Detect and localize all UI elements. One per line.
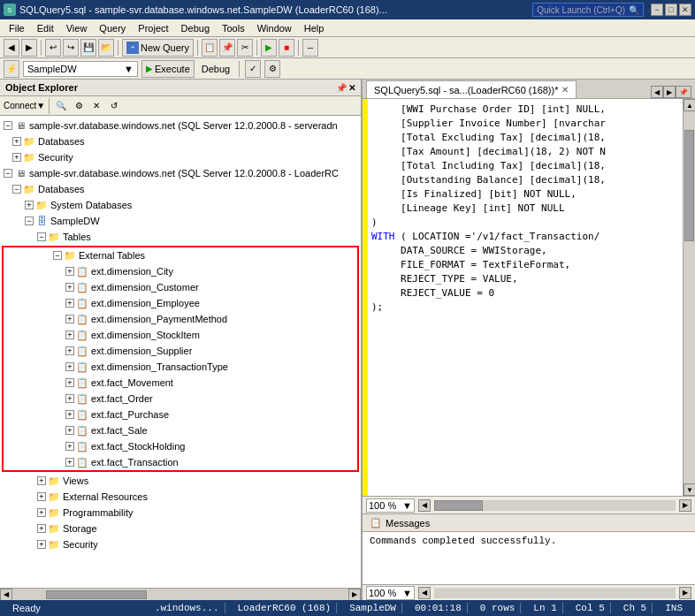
ext-transtype-expand[interactable]: + [65,362,74,371]
back-button[interactable]: ◀ [4,39,19,57]
restore-button[interactable]: □ [665,4,677,16]
messages-zoom-dropdown[interactable]: 100 % ▼ [366,586,415,600]
ext-sale-expand[interactable]: + [65,426,74,435]
programmability-folder[interactable]: + 📁 Programmability [0,505,361,521]
menu-view[interactable]: View [61,21,93,35]
server1-security[interactable]: + 📁 Security [0,149,361,165]
views-expand[interactable]: + [37,476,46,485]
external-tables-folder[interactable]: − 📁 External Tables [4,247,357,263]
connect-btn[interactable]: Connect ▼ [4,98,45,114]
external-tables-expand[interactable]: − [53,251,62,260]
ext-customer-expand[interactable]: + [65,283,74,292]
storage-folder[interactable]: + 📁 Storage [0,521,361,536]
run-button[interactable]: ▶ [261,39,277,57]
sampledw-item[interactable]: − 🗄 SampleDW [0,213,361,229]
ext-employee-expand[interactable]: + [65,299,74,308]
ext-supplier-expand[interactable]: + [65,346,74,355]
system-databases-expand[interactable]: + [25,201,34,209]
server2-item[interactable]: − 🖥 sample-svr.database.windows.net (SQL… [0,165,361,181]
server1-security-expand[interactable]: + [12,153,21,162]
server1-databases[interactable]: + 📁 Databases [0,133,361,149]
editor-hscroll-thumb[interactable] [434,500,483,511]
menu-debug[interactable]: Debug [176,21,215,35]
menu-help[interactable]: Help [299,21,330,35]
server1-item[interactable]: − 🖥 sample-svr.database.windows.net (SQL… [0,118,361,133]
quick-launch-input[interactable]: Quick Launch (Ctrl+Q) [537,5,625,15]
server2-expand[interactable]: − [4,169,12,178]
server2-databases-expand[interactable]: − [12,185,21,194]
menu-window[interactable]: Window [252,21,297,35]
ext-resources-expand[interactable]: + [37,492,46,501]
menu-edit[interactable]: Edit [32,21,59,35]
filter-btn[interactable]: 🔍 [53,98,69,114]
execute-button[interactable]: ▶ Execute [141,60,195,78]
ext-movement-expand[interactable]: + [65,378,74,387]
stop-button[interactable]: ■ [279,39,294,57]
security-expand[interactable]: + [37,540,46,549]
tab-scroll-left[interactable]: ◀ [651,86,663,98]
msg-hscroll-left[interactable]: ◀ [418,587,431,599]
editor-vscrollbar[interactable]: ▲ ▼ [683,99,695,496]
table-ext-order[interactable]: + 📋 ext.fact_Order [4,391,357,407]
ext-order-expand[interactable]: + [65,394,74,403]
table-ext-customer[interactable]: + 📋 ext.dimension_Customer [4,279,357,295]
storage-expand[interactable]: + [37,524,46,533]
ext-transaction-expand[interactable]: + [65,458,74,467]
oe-scroll-right[interactable]: ▶ [348,589,361,601]
redo-button[interactable]: ↪ [63,39,79,57]
filter-settings-btn[interactable]: ⚙ [71,98,87,114]
tables-expand[interactable]: − [37,232,46,241]
paste-button[interactable]: 📌 [219,39,235,57]
table-ext-city[interactable]: + 📋 ext.dimension_City [4,263,357,279]
ext-city-expand[interactable]: + [65,267,74,276]
programmability-expand[interactable]: + [37,508,46,517]
debug-label[interactable]: Debug [198,64,233,74]
minimize-button[interactable]: − [651,4,663,16]
table-ext-sale[interactable]: + 📋 ext.fact_Sale [4,422,357,438]
table-ext-stockholding[interactable]: + 📋 ext.fact_StockHolding [4,438,357,454]
table-ext-purchase[interactable]: + 📋 ext.fact_Purchase [4,407,357,422]
cut-button[interactable]: ✂ [237,39,253,57]
table-ext-employee[interactable]: + 📋 ext.dimension_Employee [4,295,357,311]
refresh-btn[interactable]: ↺ [106,98,122,114]
table-ext-supplier[interactable]: + 📋 ext.dimension_Supplier [4,343,357,359]
tables-folder[interactable]: − 📁 Tables [0,229,361,245]
table-ext-transactiontype[interactable]: + 📋 ext.dimension_TransactionType [4,359,357,375]
save-button[interactable]: 💾 [80,39,96,57]
editor-zoom-dropdown[interactable]: 100 % ▼ [366,498,415,513]
database-dropdown[interactable]: SampleDW ▼ [23,61,138,77]
oe-scroll-thumb[interactable] [46,590,147,599]
tab-pin[interactable]: 📌 [676,86,691,98]
copy-button[interactable]: 📋 [202,39,218,57]
table-ext-transaction[interactable]: + 📋 ext.fact_Transaction [4,454,357,470]
security-folder[interactable]: + 📁 Security [0,536,361,552]
oe-scrollbar[interactable]: ◀ ▶ [0,588,361,600]
editor-scroll-thumb[interactable] [684,130,694,241]
editor-scroll-down[interactable]: ▼ [684,483,695,496]
server1-databases-expand[interactable]: + [12,137,21,146]
parse-button[interactable]: ⚙ [264,60,280,78]
msg-hscrollbar[interactable] [434,588,676,598]
ext-stockholding-expand[interactable]: + [65,442,74,451]
table-ext-movement[interactable]: + 📋 ext.fact_Movement [4,375,357,391]
tab-scroll-right[interactable]: ▶ [663,86,676,98]
tab-close-button[interactable]: ✕ [561,85,569,95]
external-resources-folder[interactable]: + 📁 External Resources [0,489,361,505]
server1-expand[interactable]: − [4,121,12,130]
ext-payment-expand[interactable]: + [65,315,74,323]
code-editor[interactable]: [WWI Purchase Order ID] [int] NULL, [Sup… [368,99,683,496]
views-folder[interactable]: + 📁 Views [0,473,361,489]
sampledw-expand[interactable]: − [25,217,34,225]
messages-tab-label[interactable]: Messages [386,518,430,529]
ext-stockitem-expand[interactable]: + [65,331,74,339]
menu-file[interactable]: File [4,21,30,35]
forward-button[interactable]: ▶ [21,39,37,57]
connect-button[interactable]: ⚡ [4,60,19,78]
comment-button[interactable]: -- [302,39,318,57]
open-button[interactable]: 📂 [98,39,114,57]
check-button[interactable]: ✓ [245,60,261,78]
server2-databases[interactable]: − 📁 Databases [0,181,361,197]
editor-hscrollbar[interactable] [434,500,676,511]
close-icon[interactable]: ✕ [348,83,355,93]
oe-scroll-left[interactable]: ◀ [0,589,12,601]
